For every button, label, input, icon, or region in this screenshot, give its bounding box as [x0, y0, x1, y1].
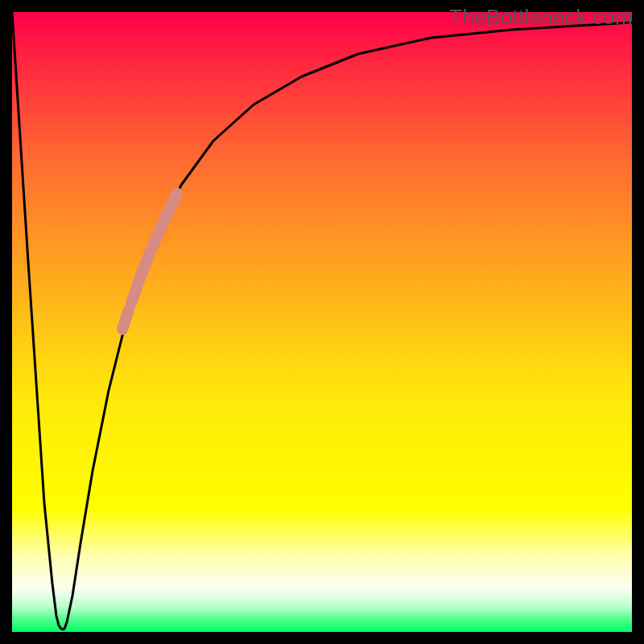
curve-layer	[12, 12, 632, 632]
main-curve	[12, 12, 632, 630]
chart-container: TheBottleneck.com	[0, 0, 644, 644]
highlight-segment	[131, 193, 177, 303]
plot-area	[12, 12, 632, 632]
watermark-label: TheBottleneck.com	[449, 5, 633, 30]
highlight-dot	[122, 310, 129, 329]
